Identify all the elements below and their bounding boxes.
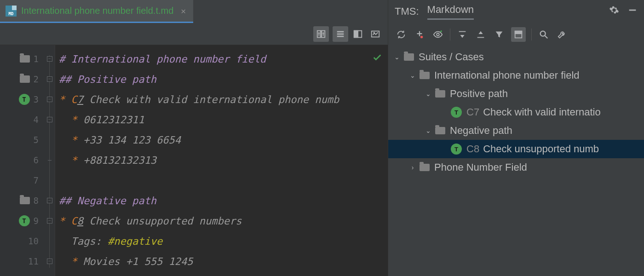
add-icon[interactable] xyxy=(413,28,426,41)
code-text: +88132132313 xyxy=(83,155,156,166)
tree-suite[interactable]: › Phone Number Field xyxy=(388,158,644,177)
tree-label: Positive path xyxy=(450,88,508,100)
inspection-ok-icon[interactable] xyxy=(372,52,382,65)
svg-rect-4 xyxy=(337,35,344,37)
tree-label: Check unsupported numb xyxy=(483,143,599,155)
test-badge-icon: T xyxy=(451,144,462,155)
refresh-icon[interactable] xyxy=(395,28,408,41)
svg-rect-16 xyxy=(477,37,484,38)
tree-case[interactable]: T C7 Check with valid internatio xyxy=(388,103,644,121)
gutter-line[interactable]: 6 xyxy=(0,150,44,170)
tree: ⌄ Suites / Cases ⌄ International phone n… xyxy=(388,46,644,276)
code-text: ## Positive path xyxy=(59,74,156,85)
chevron-right-icon[interactable]: › xyxy=(408,164,417,171)
tree-label: Phone Number Field xyxy=(434,161,527,173)
folder-icon xyxy=(404,53,414,61)
case-number: C7 xyxy=(466,106,479,118)
code-text: 0612312311 xyxy=(83,114,144,126)
editor-toolbar xyxy=(0,23,388,45)
tree-label: Check with valid internatio xyxy=(483,106,601,118)
gutter-line[interactable]: 8 xyxy=(0,190,44,211)
code-text: * C xyxy=(59,215,77,227)
fold-toggle[interactable]: − xyxy=(47,56,52,62)
svg-rect-2 xyxy=(337,31,344,32)
gutter-line[interactable]: 4 xyxy=(0,109,44,130)
editor-content[interactable]: 1 2 T3 4 5 6 7 8 T9 10 11 − − − − − − − xyxy=(0,45,388,276)
filter-icon[interactable] xyxy=(493,28,506,41)
preview-view-button[interactable] xyxy=(368,26,383,42)
visibility-icon[interactable] xyxy=(431,28,444,41)
code-text: Movies +1 555 1245 xyxy=(83,256,193,267)
svg-point-13 xyxy=(420,36,423,39)
folder-icon xyxy=(420,164,430,171)
gutter-line[interactable]: 7 xyxy=(0,170,44,190)
fold-toggle[interactable]: − xyxy=(47,76,52,82)
fold-end[interactable] xyxy=(48,160,52,161)
code-area[interactable]: # International phone number field ## Po… xyxy=(55,45,388,276)
gear-icon[interactable] xyxy=(609,5,619,18)
svg-rect-18 xyxy=(515,31,522,34)
collapse-all-icon[interactable] xyxy=(474,28,487,41)
tms-panel: TMS: Markdown ⌄ Suites / Cases xyxy=(388,0,644,276)
tree-case-selected[interactable]: T C8 Check unsupported numb xyxy=(388,140,644,158)
sync-scroll-button[interactable] xyxy=(313,26,329,42)
tms-tab-markdown[interactable]: Markdown xyxy=(427,4,474,20)
tms-header: TMS: Markdown xyxy=(388,0,644,23)
wrench-icon[interactable] xyxy=(556,28,569,41)
folder-icon xyxy=(435,127,445,134)
gutter-line[interactable]: 10 xyxy=(0,231,44,251)
tree-label: Suites / Cases xyxy=(419,51,484,63)
close-icon[interactable]: ✕ xyxy=(181,6,186,16)
tree-suite[interactable]: ⌄ International phone number field xyxy=(388,66,644,85)
chevron-down-icon[interactable]: ⌄ xyxy=(393,53,401,61)
code-text: * xyxy=(59,256,83,267)
code-text: ## Negative path xyxy=(59,195,156,207)
tree-label: International phone number field xyxy=(434,69,580,81)
gutter-line[interactable]: 11 xyxy=(0,251,44,271)
layout-icon[interactable] xyxy=(511,27,526,42)
chevron-down-icon[interactable]: ⌄ xyxy=(424,127,432,134)
tree-folder-negative[interactable]: ⌄ Negative path xyxy=(388,121,644,140)
folder-icon xyxy=(20,75,30,83)
code-text: 7 xyxy=(77,94,83,105)
gutter-line[interactable]: 2 xyxy=(0,69,44,89)
fold-toggle[interactable]: − xyxy=(47,117,52,122)
code-text: Check with valid international phone num… xyxy=(83,94,339,105)
markdown-file-icon: MD xyxy=(6,6,17,17)
gutter-line[interactable]: T3 xyxy=(0,89,44,109)
code-text: 8 xyxy=(77,215,83,227)
code-text: * C xyxy=(59,94,77,105)
tab-bar: MD International phone number field.t.md… xyxy=(0,0,388,23)
file-tab[interactable]: MD International phone number field.t.md… xyxy=(0,0,193,23)
editor-view-button[interactable] xyxy=(333,26,348,42)
gutter-line[interactable]: 5 xyxy=(0,130,44,150)
fold-toggle[interactable]: − xyxy=(47,259,52,264)
test-badge-icon: T xyxy=(19,94,30,105)
editor-panel: MD International phone number field.t.md… xyxy=(0,0,388,276)
svg-rect-15 xyxy=(459,31,466,32)
minimize-icon[interactable] xyxy=(627,5,638,18)
folder-icon xyxy=(435,90,445,98)
chevron-down-icon[interactable]: ⌄ xyxy=(424,90,432,98)
chevron-down-icon[interactable]: ⌄ xyxy=(408,72,417,79)
svg-point-19 xyxy=(540,31,546,36)
test-badge-icon: T xyxy=(19,215,30,226)
fold-toggle[interactable]: − xyxy=(47,97,52,102)
search-icon[interactable] xyxy=(537,28,550,41)
split-view-button[interactable] xyxy=(350,26,366,42)
tab-title: International phone number field.t.md xyxy=(21,6,173,16)
expand-all-icon[interactable] xyxy=(456,28,469,41)
code-text: +33 134 123 6654 xyxy=(83,134,181,146)
gutter-line[interactable]: T9 xyxy=(0,211,44,231)
code-text: * xyxy=(59,114,83,126)
fold-toggle[interactable]: − xyxy=(47,218,52,224)
tree-folder-positive[interactable]: ⌄ Positive path xyxy=(388,85,644,103)
folder-icon xyxy=(20,197,30,204)
fold-toggle[interactable]: − xyxy=(47,198,52,203)
folder-icon xyxy=(20,55,30,63)
gutter-line[interactable]: 1 xyxy=(0,49,44,69)
svg-line-20 xyxy=(545,36,548,39)
tree-root[interactable]: ⌄ Suites / Cases xyxy=(388,48,644,66)
tree-label: Negative path xyxy=(450,125,512,137)
svg-point-14 xyxy=(437,33,439,36)
